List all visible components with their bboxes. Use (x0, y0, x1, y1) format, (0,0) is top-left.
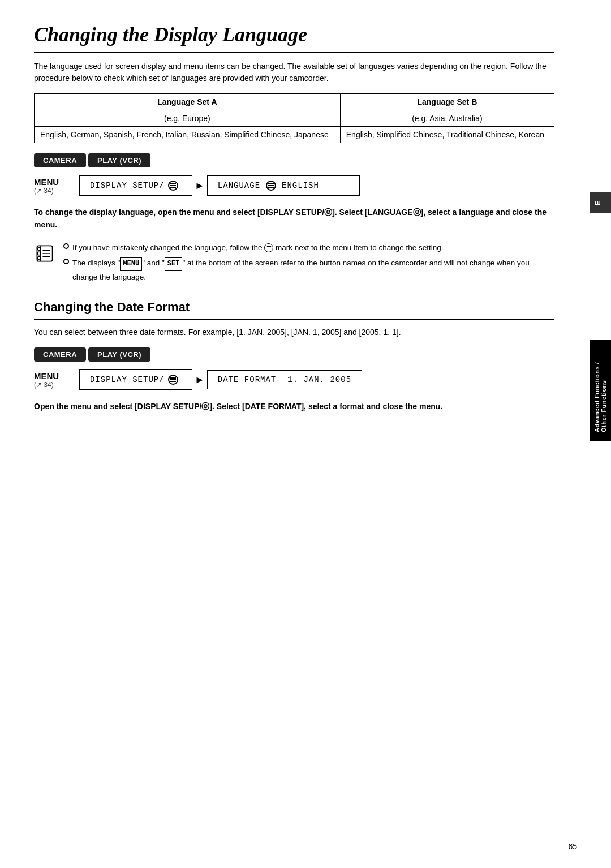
lang-set-b-content: English, Simplified Chinese, Traditional… (340, 127, 554, 143)
menu-icon-3 (168, 375, 178, 385)
menu-box1-1-text: DISPLAY SETUP/ (90, 181, 165, 190)
page-number: 65 (568, 842, 577, 851)
menu-arrow-1: ► (195, 180, 205, 192)
inline-code-menu: MENU (120, 257, 142, 270)
title-divider (34, 52, 554, 53)
lang-set-b-sub: (e.g. Asia, Australia) (340, 110, 554, 127)
menu-box2-1-text2: ENGLISH (282, 181, 319, 190)
menu-icon-2 (266, 181, 276, 191)
play-vcr-button-1: PLAY (VCR) (88, 153, 150, 167)
menu-label-1: MENU (34, 177, 79, 187)
note-1: If you have mistakenly changed the langu… (63, 242, 554, 254)
lang-set-a-content: English, German, Spanish, French, Italia… (35, 127, 341, 143)
intro-paragraph: The language used for screen display and… (34, 61, 554, 84)
menu-label-2: MENU (34, 371, 79, 381)
chapter-tab: E (590, 192, 611, 213)
camera-button-2: CAMERA (34, 347, 86, 362)
section-sidebar: Advanced Functions / Other Functions (590, 340, 611, 441)
note-1-text: If you have mistakenly changed the langu… (72, 242, 443, 254)
bullet-1 (63, 243, 69, 249)
section1-menu-diagram: MENU (↗ 34) DISPLAY SETUP/ ► LANGUAGE EN… (34, 175, 554, 196)
camera-button-1: CAMERA (34, 153, 86, 167)
note-icon (34, 242, 55, 265)
section2-instruction-text: Open the menu and select [DISPLAY SETUP/… (34, 402, 442, 411)
menu-ref-1: (↗ 34) (34, 187, 79, 195)
section2-title: Changing the Date Format (34, 300, 554, 315)
chapter-tab-label: E (594, 200, 602, 205)
note-2-text: The displays "MENU" and "SET" at the bot… (72, 257, 554, 283)
menu-box2-1: LANGUAGE ENGLISH (207, 175, 360, 196)
menu-box2-2: DATE FORMAT 1. JAN. 2005 (207, 370, 362, 389)
note-2: The displays "MENU" and "SET" at the bot… (63, 257, 554, 283)
svg-point-3 (37, 252, 40, 255)
sidebar-label: Advanced Functions / Other Functions (593, 349, 607, 432)
menu-ref-2: (↗ 34) (34, 381, 79, 389)
section1-mode-buttons: CAMERA PLAY (VCR) (34, 153, 554, 167)
language-table: Language Set A Language Set B (e.g. Euro… (34, 93, 554, 143)
section1-instruction-text: To change the display language, open the… (34, 208, 547, 229)
svg-point-2 (37, 247, 40, 250)
note-content: If you have mistakenly changed the langu… (63, 242, 554, 286)
menu-box1-2: DISPLAY SETUP/ (79, 369, 192, 390)
menu-box1-2-text: DISPLAY SETUP/ (90, 375, 165, 384)
menu-box1-1: DISPLAY SETUP/ (79, 175, 192, 196)
menu-box2-2-text1: DATE FORMAT (218, 375, 276, 384)
bullet-2 (63, 259, 69, 264)
menu-icon-1 (168, 181, 178, 191)
section1-instruction: To change the display language, open the… (34, 206, 554, 231)
play-vcr-button-2: PLAY (VCR) (88, 347, 150, 362)
section2-mode-buttons: CAMERA PLAY (VCR) (34, 347, 554, 362)
lang-set-a-sub: (e.g. Europe) (35, 110, 341, 127)
svg-point-4 (37, 256, 40, 259)
lang-set-a-header: Language Set A (35, 94, 341, 110)
menu-arrow-2: ► (195, 374, 205, 386)
page-title: Changing the Display Language (34, 23, 554, 46)
menu-box2-2-text2: 1. JAN. 2005 (287, 375, 351, 384)
section2-menu-diagram: MENU (↗ 34) DISPLAY SETUP/ ► DATE FORMAT… (34, 369, 554, 390)
notes-box: If you have mistakenly changed the langu… (34, 242, 554, 286)
menu-box2-1-text1: LANGUAGE (218, 181, 260, 190)
inline-code-set: SET (165, 257, 183, 270)
section2-divider (34, 319, 554, 320)
section2-instruction: Open the menu and select [DISPLAY SETUP/… (34, 400, 554, 412)
lang-set-b-header: Language Set B (340, 94, 554, 110)
section2-intro: You can select between three date format… (34, 326, 554, 338)
